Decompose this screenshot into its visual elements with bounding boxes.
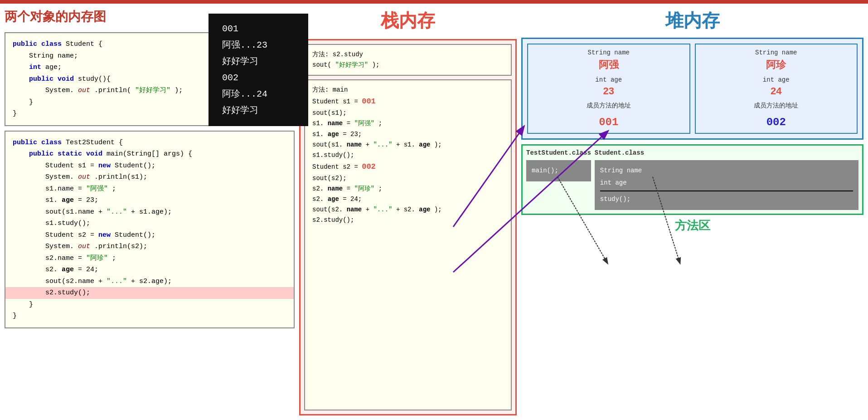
main-frame: 方法: main Student s1 = 001 sout(s1); s1. … [304, 79, 512, 410]
method-area-outer: TestStudent.class main(); Student.class … [521, 144, 863, 215]
method-area-title: 方法区 [521, 218, 863, 234]
method-area: TestStudent.class main(); Student.class … [521, 144, 863, 234]
stack-title: 栈内存 [299, 8, 517, 33]
method-box-student: String name int age study(); [595, 160, 858, 210]
heap-object-2: String name 阿珍 int age 24 成员方法的地址 002 [695, 44, 858, 134]
test-student-section: TestStudent.class main(); [526, 149, 591, 210]
stack-outer: 方法: s2.study sout( "好好学习" ); 方法: main St… [299, 39, 517, 415]
popup-box: 001 阿强...23 好好学习 002 阿珍...24 好好学习 [209, 14, 308, 126]
code-line: s1. age = 23; [13, 195, 286, 206]
top-bar [0, 0, 868, 4]
code-line: s2. age = 24; [13, 264, 286, 276]
code-line: public class Test2Student { [13, 137, 286, 149]
heap-title: 堆内存 [521, 8, 863, 33]
code-line: public static void main(String[] args) { [13, 148, 286, 160]
code-line: s2.name = "阿珍" ; [13, 253, 286, 264]
code-line: System. out .println(s2); [13, 241, 286, 253]
code-line: } [13, 299, 286, 311]
code-line: s1.study(); [13, 218, 286, 230]
heap-object-1: String name 阿强 int age 23 成员方法的地址 001 [527, 44, 690, 134]
code-line: System. out .println(s1); [13, 171, 286, 183]
s2-study-frame: 方法: s2.study sout( "好好学习" ); [304, 44, 512, 76]
frame-code: sout( "好好学习" ); [312, 60, 504, 70]
heap-objects: String name 阿强 int age 23 成员方法的地址 001 St… [521, 38, 863, 140]
code-line: sout(s2.name + "..." + s2.age); [13, 276, 286, 288]
student-section: Student.class String name int age study(… [595, 149, 858, 210]
code-line: } [13, 310, 286, 322]
code-line: Student s1 = new Student(); [13, 160, 286, 172]
code-line: sout(s1.name + "..." + s1.age); [13, 206, 286, 218]
right-panel: 堆内存 String name 阿强 int age 23 成员方法的地址 00… [521, 8, 863, 415]
method-box-test: main(); [526, 160, 591, 181]
code-line: s1.name = "阿强" ; [13, 183, 286, 195]
stack-panel: 栈内存 方法: s2.study sout( "好好学习" ); 方法: mai… [299, 8, 517, 415]
frame-label: 方法: s2.study [312, 49, 504, 60]
test-class-code: public class Test2Student { public stati… [5, 131, 295, 328]
code-line: Student s2 = new Student(); [13, 230, 286, 241]
highlighted-line: s2.study(); [5, 287, 294, 299]
